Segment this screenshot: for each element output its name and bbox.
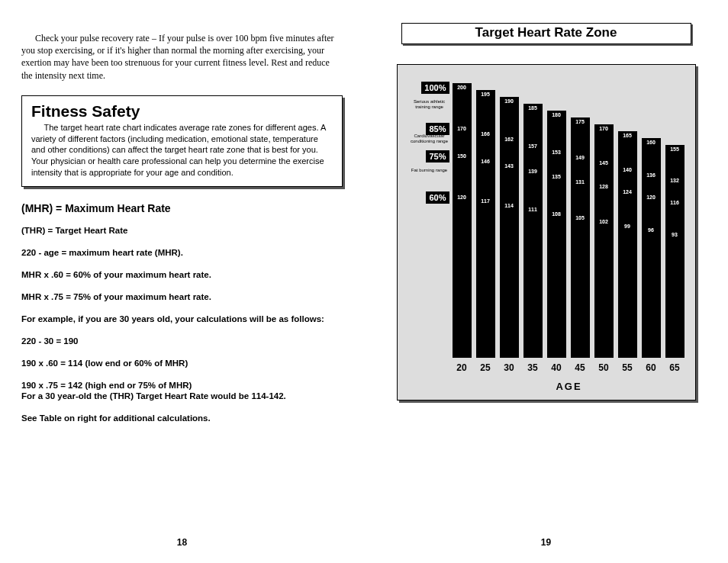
bar-value-label: 136 <box>642 172 661 178</box>
bar-value-label: 160 <box>642 140 661 145</box>
bar-value-label: 124 <box>618 189 637 195</box>
example-calc-2: 190 x .60 = 114 (low end or 60% of MHR) <box>21 358 343 369</box>
thr-definition: (THR) = Target Heart Rate <box>21 225 343 236</box>
page-spread: Check your pulse recovery rate – If your… <box>0 0 728 563</box>
bar-value-label: 200 <box>453 85 472 90</box>
formula-mhr: 220 - age = maximum heart rate (MHR). <box>21 247 343 259</box>
chart-bar: 200170150120 <box>453 83 472 358</box>
x-label: 30 <box>500 362 519 373</box>
bar-value-label: 116 <box>665 200 685 205</box>
heart-rate-chart: 100%85%75%60%Serious athletic training r… <box>397 64 696 401</box>
bar-value-label: 170 <box>453 126 472 131</box>
bar-value-label: 102 <box>594 219 614 224</box>
bar-value-label: 175 <box>571 119 590 124</box>
bar-value-label: 140 <box>618 167 637 172</box>
chart-title: Target Heart Rate Zone <box>401 23 691 44</box>
example-intro: For example, if you are 30 years old, yo… <box>21 314 343 325</box>
bar-value-label: 139 <box>523 169 543 174</box>
bar-value-label: 195 <box>476 92 495 97</box>
bar-value-label: 180 <box>547 112 566 117</box>
formula-75: MHR x .75 = 75% of your maximum heart ra… <box>21 291 343 303</box>
fitness-safety-body: The target heart rate chart indicates av… <box>31 122 333 179</box>
chart-bar: 16514012499 <box>618 131 637 358</box>
chart-bar: 195166146117 <box>476 90 495 358</box>
x-label: 20 <box>453 362 472 373</box>
bar-value-label: 132 <box>665 178 685 183</box>
bar-value-label: 131 <box>571 179 590 185</box>
chart-bar: 185157139111 <box>523 104 543 358</box>
intro-paragraph: Check your pulse recovery rate – If your… <box>21 32 343 82</box>
chart-y-axis: 100%85%75%60%Serious athletic training r… <box>407 83 453 358</box>
x-label: 65 <box>665 362 685 373</box>
bar-value-label: 99 <box>618 224 637 229</box>
bar-value-label: 157 <box>523 143 543 149</box>
bar-value-label: 185 <box>523 105 543 111</box>
x-label: 60 <box>642 362 661 373</box>
bar-value-label: 145 <box>594 160 614 166</box>
fitness-safety-box: Fitness Safety The target heart rate cha… <box>21 95 343 187</box>
bar-value-label: 96 <box>642 227 661 233</box>
y-tag: 60% <box>426 191 449 204</box>
bar-value-label: 114 <box>500 203 519 208</box>
x-label: 45 <box>571 362 590 373</box>
bar-value-label: 143 <box>500 163 519 169</box>
chart-title-wrap: Target Heart Rate Zone <box>401 23 691 44</box>
x-label: 50 <box>594 362 614 373</box>
y-tag: 75% <box>426 150 449 162</box>
chart-x-labels: 20253035404550556065 <box>407 362 686 373</box>
y-zone-note: Cardiovascular conditioning range <box>408 134 451 143</box>
bar-value-label: 93 <box>665 232 685 237</box>
bar-value-label: 108 <box>547 211 566 217</box>
chart-bar: 190162143114 <box>500 97 519 358</box>
page-number-left: 18 <box>0 537 364 548</box>
chart-body: 100%85%75%60%Serious athletic training r… <box>407 83 686 358</box>
bar-value-label: 170 <box>594 126 614 131</box>
bar-value-label: 153 <box>547 150 566 155</box>
chart-bar: 180153135108 <box>547 111 566 358</box>
x-label: 55 <box>618 362 637 373</box>
bar-value-label: 149 <box>571 155 590 160</box>
page-19: Target Heart Rate Zone 100%85%75%60%Seri… <box>364 0 728 563</box>
x-label: 35 <box>523 362 543 373</box>
bar-value-label: 120 <box>642 195 661 200</box>
bar-value-label: 128 <box>594 184 614 189</box>
chart-x-axis-title: AGE <box>407 381 686 392</box>
y-zone-note: Fat burning range <box>408 168 451 173</box>
chart-bar: 16013612096 <box>642 138 661 358</box>
x-label: 40 <box>547 362 566 373</box>
bar-value-label: 120 <box>453 195 472 200</box>
chart-bars: 2001701501201951661461171901621431141851… <box>453 83 686 358</box>
bar-value-label: 166 <box>476 131 495 137</box>
example-calc-1: 220 - 30 = 190 <box>21 336 343 347</box>
chart-bar: 15513211693 <box>665 145 685 358</box>
bar-value-label: 190 <box>500 98 519 104</box>
bar-value-label: 162 <box>500 137 519 142</box>
see-table-note: See Table on right for additional calcul… <box>21 413 343 424</box>
y-tag: 100% <box>421 82 449 94</box>
x-label: 25 <box>476 362 495 373</box>
mhr-heading: (MHR) = Maximum Heart Rate <box>21 202 343 214</box>
bar-value-label: 117 <box>476 198 495 204</box>
formula-60: MHR x .60 = 60% of your maximum heart ra… <box>21 269 343 281</box>
example-calc-3: 190 x .75 = 142 (high end or 75% of MHR)… <box>21 380 343 403</box>
bar-value-label: 165 <box>618 133 637 138</box>
page-18: Check your pulse recovery rate – If your… <box>0 0 364 563</box>
bar-value-label: 155 <box>665 146 685 152</box>
fitness-safety-title: Fitness Safety <box>31 102 333 121</box>
page-number-right: 19 <box>364 537 728 548</box>
bar-value-label: 135 <box>547 174 566 179</box>
chart-bar: 175149131105 <box>571 117 590 358</box>
bar-value-label: 111 <box>523 207 543 212</box>
bar-value-label: 105 <box>571 215 590 220</box>
bar-value-label: 150 <box>453 153 472 159</box>
y-zone-note: Serious athletic training range <box>408 99 451 109</box>
chart-bar: 170145128102 <box>594 124 614 358</box>
bar-value-label: 146 <box>476 159 495 164</box>
